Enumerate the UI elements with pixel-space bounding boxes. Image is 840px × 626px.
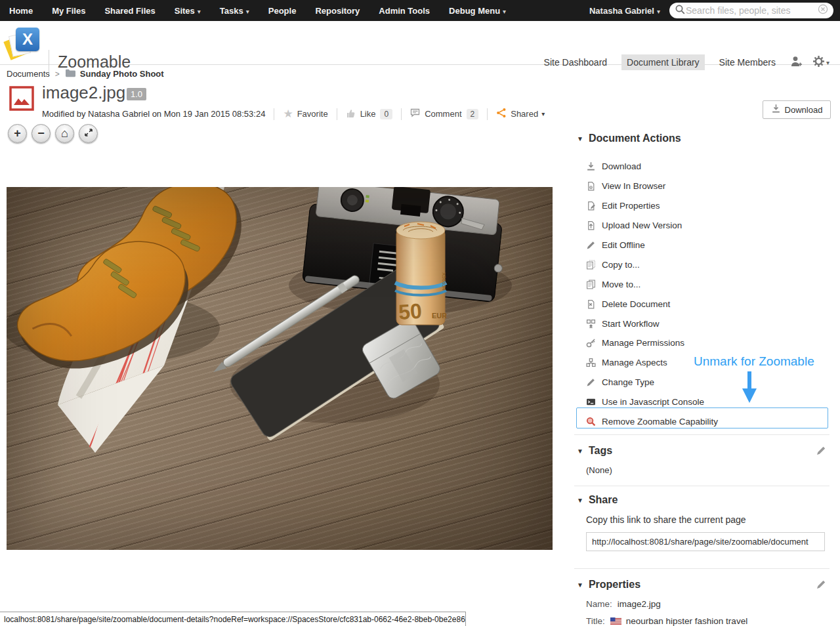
magnifier-red-icon	[585, 417, 596, 427]
nav-repository[interactable]: Repository	[315, 6, 360, 16]
nav-people[interactable]: People	[268, 6, 297, 16]
view-in-browser-icon	[585, 181, 596, 191]
nav-debug-menu[interactable]: Debug Menu▾	[449, 6, 506, 16]
action-view-in-browser[interactable]: View In Browser	[581, 177, 827, 196]
comment-icon	[410, 108, 421, 119]
action-upload-new-version[interactable]: Upload New Version	[581, 216, 827, 236]
favorite-button[interactable]: ★ Favorite	[283, 107, 327, 121]
document-details-page: Home My Files Shared Files Sites▾ Tasks▾…	[0, 0, 840, 626]
document-meta-line: Modified by Natasha Gabriel on Mon 19 Ja…	[42, 107, 545, 121]
action-remove-zoomable[interactable]: Remove Zoomable Capability	[581, 412, 827, 432]
section-divider	[574, 434, 830, 435]
top-navigation-bar: Home My Files Shared Files Sites▾ Tasks▾…	[0, 0, 840, 21]
star-icon: ★	[283, 107, 293, 121]
caret-down-icon: ▾	[541, 110, 545, 117]
comment-button[interactable]: Comment 2	[410, 108, 478, 119]
collapse-triangle-icon: ▼	[577, 135, 583, 142]
divider	[401, 108, 402, 120]
action-js-console[interactable]: Use in Javascript Console	[581, 392, 827, 412]
nav-my-files[interactable]: My Files	[52, 6, 85, 16]
action-copy-to[interactable]: Copy to...	[581, 255, 827, 274]
action-download[interactable]: Download	[581, 157, 827, 177]
properties-header[interactable]: ▼ Properties	[577, 579, 640, 591]
property-name-row: Name: image2.jpg	[586, 599, 661, 609]
key-icon	[585, 338, 596, 348]
like-button[interactable]: Like 0	[346, 108, 393, 120]
property-title-value: neourban hipster fashion travel	[626, 616, 747, 626]
tags-header[interactable]: ▼ Tags	[577, 445, 612, 457]
global-search	[669, 3, 833, 18]
user-menu[interactable]: Natasha Gabriel▾	[589, 6, 660, 16]
collapse-triangle-icon: ▼	[577, 448, 583, 455]
search-input[interactable]	[686, 5, 818, 16]
collapse-triangle-icon: ▼	[577, 497, 583, 504]
shared-menu-button[interactable]: Shared ▾	[496, 108, 545, 120]
caret-down-icon: ▾	[503, 8, 506, 15]
zoom-fullpage-button[interactable]	[79, 124, 98, 143]
nav-shared-files[interactable]: Shared Files	[104, 6, 155, 16]
edit-properties-icon	[585, 201, 596, 211]
search-icon	[675, 4, 686, 18]
tab-site-members[interactable]: Site Members	[714, 54, 781, 70]
browser-status-bar: localhost:8081/share/page/site/zoomable/…	[0, 612, 466, 626]
caret-down-icon: ▾	[246, 8, 249, 15]
property-name-value: image2.jpg	[618, 599, 661, 609]
caret-down-icon: ▾	[198, 8, 201, 15]
site-logo-icon[interactable]: X	[7, 26, 43, 60]
edit-properties-pencil-icon[interactable]	[816, 579, 826, 593]
share-header[interactable]: ▼ Share	[577, 494, 618, 506]
zoom-controls: + − ⌂	[8, 124, 102, 143]
expand-icon	[84, 127, 93, 140]
thumb-up-icon	[346, 108, 356, 120]
action-move-to[interactable]: Move to...	[581, 274, 827, 294]
zoom-in-button[interactable]: +	[8, 124, 27, 143]
action-change-type[interactable]: Change Type	[581, 373, 827, 392]
workflow-icon	[585, 319, 596, 329]
action-manage-permissions[interactable]: Manage Permissions	[581, 333, 827, 353]
site-settings-button[interactable]: ▾	[812, 55, 830, 70]
nav-home[interactable]: Home	[9, 6, 33, 16]
tab-document-library[interactable]: Document Library	[621, 54, 705, 70]
person-add-icon	[790, 56, 803, 70]
share-description: Copy this link to share the current page	[586, 514, 746, 525]
invite-user-button[interactable]	[790, 56, 803, 70]
zoomable-image-viewer[interactable]: 50 EUR X56934	[7, 187, 553, 550]
breadcrumb: Documents > Sunday Photo Shoot	[7, 68, 164, 79]
page-title: image2.jpg	[42, 83, 125, 103]
action-delete-document[interactable]: Delete Document	[581, 294, 827, 314]
photo-scene: 50 EUR X56934	[7, 187, 553, 550]
action-start-workflow[interactable]: Start Workflow	[581, 314, 827, 333]
us-flag-icon	[610, 617, 621, 625]
zoom-home-button[interactable]: ⌂	[55, 124, 74, 143]
annotation-arrow-icon	[742, 371, 757, 403]
delete-icon	[585, 299, 596, 309]
boots-shape	[14, 187, 247, 378]
svg-text:X56934: X56934	[441, 272, 447, 291]
nav-tasks[interactable]: Tasks▾	[220, 6, 249, 16]
breadcrumb-documents[interactable]: Documents	[7, 69, 50, 79]
download-button[interactable]: Download	[763, 100, 831, 119]
divider	[274, 108, 274, 120]
folder-icon	[65, 68, 76, 79]
share-url-input[interactable]	[586, 532, 825, 551]
tab-site-dashboard[interactable]: Site Dashboard	[539, 54, 613, 70]
action-edit-offline[interactable]: Edit Offline	[581, 236, 827, 255]
action-edit-properties[interactable]: Edit Properties	[581, 196, 827, 216]
nav-sites[interactable]: Sites▾	[175, 6, 201, 16]
comment-count-badge: 2	[467, 109, 479, 119]
pencil-icon	[585, 240, 596, 250]
zoom-out-button[interactable]: −	[32, 124, 51, 143]
breadcrumb-folder[interactable]: Sunday Photo Shoot	[65, 68, 164, 79]
pencil-icon	[585, 377, 596, 387]
svg-text:EUR: EUR	[432, 312, 447, 320]
upload-icon	[585, 220, 596, 230]
caret-down-icon: ▾	[826, 59, 830, 66]
document-actions-list: Download View In Browser Edit Properties…	[581, 157, 827, 431]
breadcrumb-separator: >	[55, 70, 60, 79]
edit-tags-pencil-icon[interactable]	[816, 446, 826, 459]
copy-icon	[585, 260, 596, 270]
document-actions-header[interactable]: ▼ Document Actions	[577, 133, 681, 144]
clear-search-icon[interactable]	[818, 4, 828, 17]
share-icon	[496, 108, 507, 120]
nav-admin-tools[interactable]: Admin Tools	[379, 6, 430, 16]
